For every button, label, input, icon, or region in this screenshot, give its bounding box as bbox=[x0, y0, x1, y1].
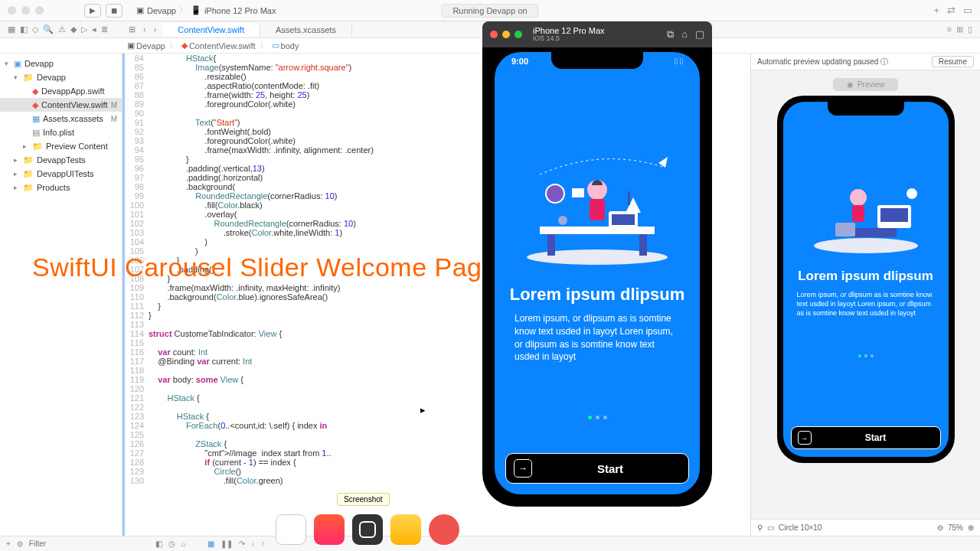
scheme-device: iPhone 12 Pro Max bbox=[204, 6, 276, 15]
library-icon[interactable]: ▭ bbox=[963, 5, 972, 16]
home-icon[interactable]: ⌂ bbox=[681, 28, 688, 41]
svg-point-4 bbox=[850, 189, 867, 206]
window-traffic-lights[interactable] bbox=[490, 31, 522, 38]
editor-nav: ⊞ ‹ › bbox=[122, 24, 162, 34]
related-icon[interactable]: ⊞ bbox=[129, 24, 136, 34]
status-icons: 􀙇 􀛨 bbox=[675, 57, 683, 66]
svg-rect-17 bbox=[612, 214, 635, 225]
notch bbox=[828, 102, 904, 116]
split-icon[interactable]: ⇄ bbox=[947, 5, 956, 16]
info-icon[interactable]: ⓘ bbox=[880, 57, 888, 66]
simulator-device-frame: 9:00 􀙇 􀛨 bbox=[482, 47, 712, 507]
nav-target[interactable]: ▸📁DevappUITests bbox=[0, 167, 122, 181]
filter-input[interactable] bbox=[29, 540, 126, 548]
preview-heading: Lorem ipsum dlipsum bbox=[798, 269, 933, 284]
stop-button[interactable]: ◼ bbox=[106, 4, 122, 18]
crumb-1[interactable]: ContentView.swift bbox=[189, 41, 256, 51]
add-icon[interactable]: + bbox=[933, 5, 939, 16]
cursor-icon: ▸ bbox=[420, 404, 426, 416]
activity-status: Running Devapp on bbox=[441, 4, 538, 18]
nav-file-selected[interactable]: ◆ContentView.swiftM bbox=[0, 98, 122, 112]
dock-app[interactable] bbox=[276, 514, 306, 545]
svg-rect-15 bbox=[590, 199, 605, 220]
nav-file[interactable]: ▦Assets.xcassetsM bbox=[0, 112, 122, 126]
back-icon[interactable]: ‹ bbox=[143, 24, 146, 34]
start-label: Start bbox=[812, 432, 940, 443]
resume-button[interactable]: Resume bbox=[932, 56, 974, 67]
dock-peek bbox=[276, 514, 459, 545]
zoom-out-icon[interactable]: ⊖ bbox=[937, 523, 943, 532]
rotate-icon[interactable]: ▢ bbox=[695, 28, 704, 41]
property-icon: ▭ bbox=[272, 41, 279, 51]
onboarding-heading: Lorem ipsum dlipsum bbox=[510, 285, 685, 305]
forward-icon[interactable]: › bbox=[154, 24, 157, 34]
canvas-icon[interactable]: ⊞ bbox=[956, 24, 963, 34]
nav-folder[interactable]: ▸📁Preview Content bbox=[0, 139, 122, 153]
scm-icon[interactable]: ◧ bbox=[20, 24, 28, 34]
nav-file[interactable]: ▤Info.plist bbox=[0, 126, 122, 139]
svg-rect-2 bbox=[880, 208, 908, 222]
tests-icon[interactable]: ◆ bbox=[70, 24, 77, 34]
svg-point-7 bbox=[906, 188, 917, 199]
tab-assets[interactable]: Assets.xcassets bbox=[260, 23, 352, 37]
status-bar: 9:00 􀙇 􀛨 bbox=[495, 57, 700, 66]
nav-target[interactable]: ▸📁Products bbox=[0, 181, 122, 194]
step-over-icon[interactable]: ↷ bbox=[239, 540, 245, 548]
pin-icon[interactable]: ⚲ bbox=[757, 523, 763, 532]
xcode-titlebar: ▶ ◼ ▣ Devapp 〉 📱 iPhone 12 Pro Max Runni… bbox=[0, 0, 980, 21]
live-icon[interactable]: ▭ bbox=[767, 523, 774, 532]
issues-icon[interactable]: ⚠ bbox=[58, 24, 66, 34]
dock-app[interactable] bbox=[314, 514, 345, 545]
zoom-in-icon[interactable]: ⊕ bbox=[968, 523, 974, 532]
find-icon[interactable]: 🔍 bbox=[43, 24, 54, 34]
debug-toggle-icon[interactable]: ▦ bbox=[207, 540, 214, 548]
step-in-icon[interactable]: ↓ bbox=[251, 540, 255, 548]
folder-icon[interactable]: ▦ bbox=[8, 24, 15, 34]
window-traffic-lights[interactable] bbox=[8, 6, 44, 15]
nav-file[interactable]: ◆DevappApp.swift bbox=[0, 84, 122, 98]
simulator-titlebar[interactable]: iPhone 12 Pro Max iOS 14.5 ⧉ ⌂ ▢ bbox=[482, 21, 712, 47]
tag-icon[interactable]: ⌂ bbox=[181, 540, 186, 548]
start-button[interactable]: → Start bbox=[505, 453, 689, 484]
pause-icon[interactable]: ❚❚ bbox=[220, 540, 233, 548]
screenshot-icon[interactable]: ⧉ bbox=[667, 28, 674, 41]
crumb-0[interactable]: Devapp bbox=[136, 41, 165, 51]
canvas-footer: ⚲ ▭ Circle 10×10 ⊖ 75% ⊕ bbox=[751, 519, 980, 536]
svg-rect-3 bbox=[851, 228, 897, 237]
breakpoints-icon[interactable]: ◂ bbox=[92, 24, 96, 34]
project-icon: ▣ bbox=[136, 5, 144, 15]
preview-chip[interactable]: ◉Preview bbox=[833, 78, 899, 91]
step-out-icon[interactable]: ↑ bbox=[261, 540, 265, 548]
preview-screen[interactable]: Lorem ipsum dlipsum Lorem ipsum, or dlip… bbox=[783, 102, 949, 457]
crumb-2[interactable]: body bbox=[281, 41, 299, 51]
start-button[interactable]: → Start bbox=[791, 426, 941, 449]
tooltip: Screenshot bbox=[337, 493, 390, 506]
symbols-icon[interactable]: ◇ bbox=[32, 24, 38, 34]
debug-icon[interactable]: ▷ bbox=[81, 24, 87, 34]
nav-app-group[interactable]: ▾📁Devapp bbox=[0, 70, 122, 84]
dock-app-screenshot[interactable] bbox=[352, 514, 383, 545]
reports-icon[interactable]: ≣ bbox=[101, 24, 108, 34]
simulator-title: iPhone 12 Pro Max iOS 14.5 bbox=[533, 26, 605, 43]
dock-app[interactable] bbox=[429, 514, 459, 545]
onboarding-body: Lorem ipsum, or dlipsum as is somtine kn… bbox=[495, 305, 700, 371]
arrow-right-square-icon: → bbox=[798, 431, 812, 445]
scm-icon[interactable]: ◧ bbox=[155, 540, 162, 548]
run-button[interactable]: ▶ bbox=[84, 4, 101, 18]
minimap-icon[interactable]: ≡ bbox=[947, 24, 952, 34]
scheme-selector[interactable]: ▣ Devapp 〉 📱 iPhone 12 Pro Max bbox=[136, 5, 276, 16]
clock-icon[interactable]: ◷ bbox=[168, 540, 175, 548]
simulator-screen[interactable]: 9:00 􀙇 􀛨 bbox=[495, 52, 700, 494]
filter-icon[interactable]: ⊚ bbox=[17, 540, 23, 548]
add-icon[interactable]: + bbox=[6, 540, 11, 548]
nav-target[interactable]: ▸📁DevappTests bbox=[0, 153, 122, 167]
svg-rect-6 bbox=[835, 223, 855, 236]
navigator-selector[interactable]: ▦ ◧ ◇ 🔍 ⚠ ◆ ▷ ◂ ≣ bbox=[0, 24, 122, 34]
project-navigator[interactable]: ▾▣Devapp ▾📁Devapp ◆DevappApp.swift ◆Cont… bbox=[0, 54, 122, 536]
simulator-window[interactable]: iPhone 12 Pro Max iOS 14.5 ⧉ ⌂ ▢ 9:00 􀙇 … bbox=[482, 21, 712, 507]
nav-root[interactable]: ▾▣Devapp bbox=[0, 57, 122, 70]
page-indicator bbox=[588, 416, 607, 419]
tab-contentview[interactable]: ContentView.swift bbox=[162, 23, 260, 37]
assistant-icon[interactable]: ▯ bbox=[968, 24, 972, 34]
dock-app[interactable] bbox=[390, 514, 421, 545]
